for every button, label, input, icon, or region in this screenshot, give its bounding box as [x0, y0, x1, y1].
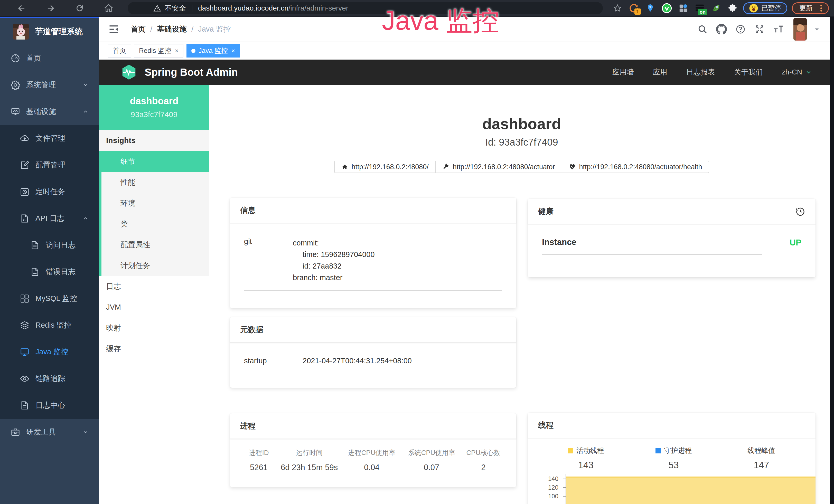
- browser-home-button[interactable]: [101, 1, 116, 16]
- instance-id-line: Id: 93a3fc7f7409: [209, 137, 834, 148]
- update-label[interactable]: 更新: [799, 4, 813, 13]
- sba-nav-wall[interactable]: 应用墙: [612, 67, 634, 77]
- sba-nav-about[interactable]: 关于我们: [734, 67, 763, 77]
- sidebar-item-infrastructure[interactable]: 基础设施: [0, 98, 99, 125]
- instance-url-button[interactable]: http://192.168.0.2:48080/: [334, 161, 436, 173]
- chevron-down-icon: [805, 69, 812, 75]
- sidebar-item-log-center[interactable]: 日志中心: [0, 392, 99, 419]
- page-scrollbar[interactable]: [830, 17, 834, 504]
- sba-sidebar-item-metrics[interactable]: 性能: [102, 172, 209, 193]
- card-body: startup 2021-04-27T00:44:31.254+08:00: [230, 343, 516, 384]
- tab-redis-monitor[interactable]: Redis 监控×: [134, 44, 183, 58]
- sba-header: Spring Boot Admin 应用墙 应用 日志报表 关于我们 zh-CN: [99, 60, 834, 85]
- health-url-button[interactable]: http://192.168.0.2:48080/actuator/health: [562, 161, 709, 173]
- sidebar-item-error-log[interactable]: 错误日志: [0, 258, 99, 285]
- sba-sidebar-item-logs[interactable]: 日志: [99, 276, 209, 297]
- git-commit-line: branch: master: [293, 272, 502, 283]
- tab-home[interactable]: 首页: [108, 44, 131, 58]
- extension-on-badge: on: [698, 9, 707, 15]
- extension-tabs-on-icon[interactable]: on: [694, 2, 706, 14]
- user-avatar[interactable]: [793, 18, 807, 41]
- sba-language-select[interactable]: zh-CN: [782, 68, 812, 76]
- sidebar-item-config-management[interactable]: 配置管理: [0, 152, 99, 179]
- browser-back-button[interactable]: [14, 1, 29, 16]
- sba-sidebar-item-classes[interactable]: 类: [102, 214, 209, 234]
- font-size-icon[interactable]: [773, 24, 784, 35]
- git-commit-line: commit:: [293, 237, 502, 249]
- bookmark-star-icon[interactable]: [612, 2, 623, 14]
- sba-logo-icon[interactable]: [120, 64, 137, 81]
- daemon-threads-legend-swatch: [656, 448, 661, 453]
- actuator-url-button[interactable]: http://192.168.0.2:48080/actuator: [435, 161, 562, 173]
- app-sidebar: 芋道管理系统 首页 系统管理 基础设施 文件管理 配置管理 定时任务: [0, 17, 99, 504]
- sba-sidebar-item-jvm[interactable]: JVM: [99, 297, 209, 318]
- sba-sidebar-item-config-props[interactable]: 配置属性: [102, 234, 209, 255]
- sidebar-item-scheduled-tasks[interactable]: 定时任务: [0, 179, 99, 205]
- metadata-row-value: 2021-04-27T00:44:31.254+08:00: [303, 352, 502, 372]
- annotation-overlay-text: Java 监控: [382, 6, 499, 36]
- url-host[interactable]: dashboard.yudao.iocoder.cn: [198, 4, 288, 12]
- sidebar-item-file-management[interactable]: 文件管理: [0, 125, 99, 152]
- threads-area-chart: 140 120 100: [542, 472, 815, 504]
- browser-update-pill[interactable]: 更新: [792, 2, 829, 14]
- sba-title[interactable]: Spring Boot Admin: [145, 67, 238, 78]
- extension-grid-icon[interactable]: [677, 2, 689, 14]
- threads-legend-row: 活动线程 143 守护进程 53 线程峰值 147: [542, 446, 805, 471]
- infrastructure-icon: [10, 107, 21, 117]
- address-bar[interactable]: 不安全 dashboard.yudao.iocoder.cn/infra/adm…: [128, 2, 603, 15]
- extension-pin-icon[interactable]: [644, 2, 656, 14]
- daemon-threads-legend-label: 守护进程: [664, 446, 692, 455]
- edit-icon: [20, 160, 30, 170]
- sidebar-item-java-monitor[interactable]: Java 监控: [0, 339, 99, 365]
- paused-extension-pill[interactable]: 已暂停: [743, 2, 787, 14]
- extension-refresh-icon[interactable]: 1: [628, 2, 640, 14]
- fullscreen-icon[interactable]: [754, 24, 765, 35]
- column-header: 运行时间: [278, 446, 341, 461]
- browser-reload-button[interactable]: [72, 1, 87, 16]
- sba-sidebar-item-caches[interactable]: 缓存: [99, 338, 209, 359]
- sba-sidebar-item-environment[interactable]: 环境: [102, 193, 209, 214]
- sidebar-item-system[interactable]: 系统管理: [0, 72, 99, 98]
- url-path[interactable]: /infra/admin-server: [288, 4, 348, 12]
- breadcrumb-section[interactable]: 基础设施: [157, 24, 187, 35]
- tab-java-monitor[interactable]: Java 监控×: [186, 44, 240, 58]
- sba-nav-journal[interactable]: 日志报表: [686, 67, 715, 77]
- sidebar-item-trace[interactable]: 链路追踪: [0, 365, 99, 392]
- sba-instance-id: 93a3fc7f7409: [131, 110, 177, 119]
- app-logo-image: [13, 24, 29, 40]
- y-tick-100: 100: [548, 493, 558, 499]
- browser-menu-kebab-icon[interactable]: [817, 4, 826, 13]
- y-axis-tick: [563, 487, 566, 488]
- app-logo-row[interactable]: 芋道管理系统: [0, 18, 99, 45]
- breadcrumb-home[interactable]: 首页: [131, 24, 146, 35]
- sidebar-collapse-icon[interactable]: [108, 24, 119, 35]
- extension-leaf-icon[interactable]: [710, 2, 722, 14]
- sba-instance-box[interactable]: dashboard 93a3fc7f7409: [99, 85, 209, 130]
- info-row-label: git: [244, 233, 293, 290]
- card-body: git commit: time: 1596289704000 id: 27aa…: [230, 223, 516, 302]
- sba-sidebar-item-mappings[interactable]: 映射: [99, 318, 209, 338]
- help-icon[interactable]: [735, 24, 746, 35]
- sidebar-item-api-log[interactable]: API 日志: [0, 205, 99, 232]
- active-tab-dot: [191, 49, 195, 53]
- avatar-caret-down-icon[interactable]: [813, 26, 820, 32]
- close-icon[interactable]: ×: [232, 47, 235, 54]
- git-commit-line: time: 1596289704000: [293, 249, 502, 260]
- search-icon[interactable]: [697, 24, 708, 35]
- history-icon[interactable]: [795, 206, 805, 216]
- extension-v-icon[interactable]: [661, 2, 673, 14]
- close-icon[interactable]: ×: [175, 47, 178, 54]
- sba-content: dashboard Id: 93a3fc7f7409 http://192.16…: [209, 85, 834, 504]
- sidebar-item-dev-tools[interactable]: 研发工具: [0, 419, 99, 445]
- not-secure-label[interactable]: 不安全: [164, 4, 186, 13]
- sba-sidebar-item-details[interactable]: 细节: [102, 151, 209, 172]
- sba-sidebar-item-scheduled[interactable]: 计划任务: [102, 255, 209, 276]
- extensions-puzzle-icon[interactable]: [727, 2, 739, 14]
- sidebar-item-home[interactable]: 首页: [0, 45, 99, 72]
- sidebar-item-redis-monitor[interactable]: Redis 监控: [0, 312, 99, 339]
- browser-forward-button[interactable]: [43, 1, 58, 16]
- sidebar-item-access-log[interactable]: 访问日志: [0, 232, 99, 258]
- sidebar-item-mysql-monitor[interactable]: MySQL 监控: [0, 285, 99, 312]
- github-icon[interactable]: [716, 24, 727, 35]
- sba-nav-applications[interactable]: 应用: [653, 67, 667, 77]
